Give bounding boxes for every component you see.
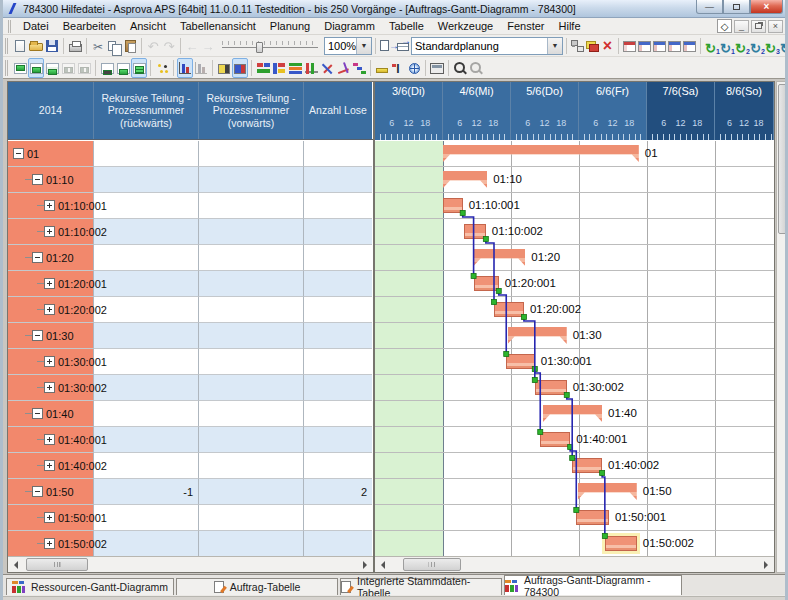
menu-item-tabelle[interactable]: Tabelle bbox=[382, 19, 431, 33]
gantt-task-bar[interactable] bbox=[443, 198, 463, 213]
row-label-cell[interactable]: 01:20:001 bbox=[8, 271, 94, 297]
bar-mode-2-button[interactable] bbox=[28, 58, 44, 78]
view-tab-inactive[interactable]: Ressourcen-Gantt-Diagramm bbox=[6, 578, 174, 595]
cell-process-forward[interactable] bbox=[199, 245, 304, 271]
copy-button[interactable] bbox=[106, 36, 122, 56]
cell-lot-count[interactable] bbox=[304, 141, 372, 167]
view-tab-inactive[interactable]: Auftrag-Tabelle bbox=[176, 578, 338, 595]
cell-process-forward[interactable] bbox=[199, 531, 304, 557]
row-label-cell[interactable]: 01:50 bbox=[8, 479, 94, 505]
gantt-hscrollbar[interactable] bbox=[375, 556, 774, 572]
time-scale-slider-thumb[interactable] bbox=[256, 42, 263, 53]
gantt-task-bar[interactable] bbox=[540, 432, 570, 447]
mdi-system-icon[interactable]: ◇ bbox=[717, 19, 732, 33]
web-time-button[interactable] bbox=[406, 58, 422, 78]
menu-item-tabellenansicht[interactable]: Tabellenansicht bbox=[173, 19, 263, 33]
scroll-right-arrow[interactable] bbox=[358, 558, 373, 572]
toolbar-grip[interactable] bbox=[5, 38, 10, 54]
cell-lot-count[interactable] bbox=[304, 531, 372, 557]
reschedule-5-button[interactable] bbox=[764, 36, 779, 56]
print-button[interactable] bbox=[67, 36, 83, 56]
reschedule-3-button[interactable] bbox=[734, 36, 749, 56]
gantt-day-header[interactable]: 6/6(Fr)61218 bbox=[579, 82, 647, 140]
time-grid-button[interactable] bbox=[303, 58, 319, 78]
link-lines-button[interactable] bbox=[335, 58, 351, 78]
cell-process-forward[interactable] bbox=[199, 271, 304, 297]
row-label-cell[interactable]: 01:20:002 bbox=[8, 297, 94, 323]
header-lot-count[interactable]: Anzahl Lose bbox=[304, 82, 372, 139]
mdi-close-button[interactable]: × bbox=[768, 20, 783, 33]
cell-process-forward[interactable] bbox=[199, 219, 304, 245]
reschedule-6-button[interactable] bbox=[779, 36, 788, 56]
gantt-task-bar[interactable] bbox=[576, 510, 609, 525]
collapse-icon[interactable] bbox=[32, 330, 43, 341]
display-mode-1-button[interactable] bbox=[216, 58, 232, 78]
master-table-1-button[interactable] bbox=[637, 36, 652, 56]
menu-item-diagramm[interactable]: Diagramm bbox=[317, 19, 382, 33]
cell-lot-count[interactable] bbox=[304, 245, 372, 271]
color-map-button[interactable] bbox=[287, 58, 303, 78]
collapse-icon[interactable] bbox=[13, 148, 24, 159]
new-file-button[interactable] bbox=[12, 36, 28, 56]
cell-lot-count[interactable] bbox=[304, 401, 372, 427]
nav-back-button[interactable] bbox=[184, 36, 200, 56]
scroll-thumb[interactable] bbox=[26, 558, 88, 571]
cell-process-backward[interactable] bbox=[94, 401, 199, 427]
menu-item-fenster[interactable]: Fenster bbox=[500, 19, 551, 33]
row-label-cell[interactable]: 01:50:001 bbox=[8, 505, 94, 531]
collapse-icon[interactable] bbox=[32, 252, 43, 263]
expand-icon[interactable] bbox=[44, 434, 55, 445]
toolbar-grip[interactable] bbox=[5, 60, 10, 76]
load-graph-button[interactable] bbox=[177, 58, 193, 78]
row-expand-1-button[interactable] bbox=[99, 58, 115, 78]
cell-lot-count[interactable] bbox=[304, 271, 372, 297]
gantt-task-bar[interactable] bbox=[506, 354, 535, 369]
assignment-view-button[interactable] bbox=[570, 36, 585, 56]
menu-item-datei[interactable]: Datei bbox=[16, 19, 56, 33]
gantt-day-header[interactable]: 3/6(Di)61218 bbox=[375, 82, 443, 140]
menu-item-planung[interactable]: Planung bbox=[263, 19, 317, 33]
gantt-task-bar[interactable] bbox=[474, 276, 499, 291]
expand-icon[interactable] bbox=[44, 382, 55, 393]
cursor-button[interactable] bbox=[390, 58, 406, 78]
cell-lot-count[interactable] bbox=[304, 349, 372, 375]
cell-lot-count[interactable] bbox=[304, 453, 372, 479]
cell-process-forward[interactable] bbox=[199, 375, 304, 401]
filter-button[interactable] bbox=[255, 58, 271, 78]
maximize-button[interactable] bbox=[723, 0, 750, 14]
paste-button[interactable] bbox=[122, 36, 138, 56]
time-scale-slider[interactable] bbox=[220, 38, 320, 54]
nav-forward-button[interactable] bbox=[200, 36, 216, 56]
cell-process-backward[interactable] bbox=[94, 427, 199, 453]
cell-lot-count[interactable] bbox=[304, 297, 372, 323]
cell-process-backward[interactable] bbox=[94, 271, 199, 297]
row-label-cell[interactable]: 01:40:002 bbox=[8, 453, 94, 479]
cell-process-backward[interactable] bbox=[94, 167, 199, 193]
menu-item-bearbeiten[interactable]: Bearbeiten bbox=[56, 19, 123, 33]
cell-process-forward[interactable] bbox=[199, 297, 304, 323]
minimize-button[interactable]: — bbox=[696, 0, 723, 14]
row-label-cell[interactable]: 01:40 bbox=[8, 401, 94, 427]
cell-process-forward[interactable] bbox=[199, 167, 304, 193]
display-mode-2-button[interactable] bbox=[232, 58, 248, 78]
row-label-cell[interactable]: 01 bbox=[8, 141, 94, 167]
menu-grip[interactable] bbox=[8, 20, 13, 33]
cell-process-backward[interactable] bbox=[94, 349, 199, 375]
table-hscrollbar[interactable] bbox=[8, 556, 373, 572]
color-settings-button[interactable] bbox=[585, 36, 600, 56]
zoom-select[interactable]: 100% ▼ bbox=[324, 37, 372, 55]
cell-process-backward[interactable] bbox=[94, 323, 199, 349]
cell-process-backward[interactable] bbox=[94, 505, 199, 531]
gantt-task-bar[interactable] bbox=[572, 458, 602, 473]
menu-item-hilfe[interactable]: Hilfe bbox=[552, 19, 588, 33]
view-tab-inactive[interactable]: Integrierte Stammdaten-Tabelle bbox=[340, 578, 502, 595]
master-table-2-button[interactable] bbox=[652, 36, 667, 56]
scroll-left-arrow[interactable] bbox=[8, 558, 23, 572]
reschedule-2-button[interactable] bbox=[719, 36, 734, 56]
row-expand-3-button[interactable] bbox=[131, 58, 147, 78]
cell-lot-count[interactable] bbox=[304, 427, 372, 453]
cell-lot-count[interactable] bbox=[304, 219, 372, 245]
expand-icon[interactable] bbox=[44, 226, 55, 237]
gantt-task-bar[interactable] bbox=[494, 302, 524, 317]
menu-item-ansicht[interactable]: Ansicht bbox=[123, 19, 173, 33]
